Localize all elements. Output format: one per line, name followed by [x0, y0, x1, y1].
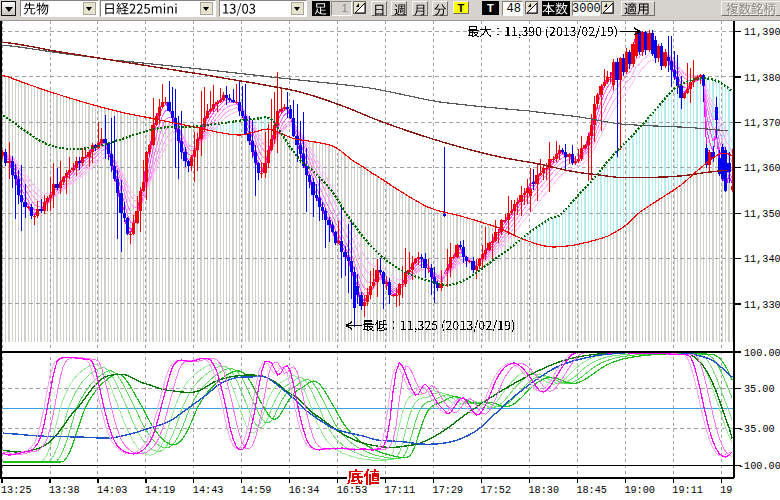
svg-text:13:38: 13:38 — [49, 485, 80, 496]
svg-text:11,350: 11,350 — [744, 209, 780, 220]
svg-text:13:25: 13:25 — [1, 485, 32, 496]
svg-text:-35.00: -35.00 — [738, 424, 775, 435]
svg-text:14:43: 14:43 — [193, 485, 224, 496]
svg-text:11,360: 11,360 — [744, 163, 780, 174]
svg-text:19:00: 19:00 — [624, 485, 655, 496]
svg-text:11,330: 11,330 — [744, 300, 780, 311]
svg-text:18:30: 18:30 — [529, 485, 560, 496]
svg-text:-100.00: -100.00 — [738, 461, 780, 472]
svg-text:100.00: 100.00 — [744, 348, 780, 359]
svg-text:17:52: 17:52 — [481, 485, 512, 496]
svg-text:19:11: 19:11 — [672, 485, 703, 496]
svg-text:11,390: 11,390 — [744, 27, 780, 38]
svg-text:17:11: 17:11 — [385, 485, 416, 496]
svg-text:11,380: 11,380 — [744, 73, 780, 84]
svg-text:17:29: 17:29 — [433, 485, 464, 496]
svg-text:11,340: 11,340 — [744, 254, 780, 265]
svg-text:18:45: 18:45 — [576, 485, 607, 496]
svg-text:11,370: 11,370 — [744, 118, 780, 129]
svg-text:14:19: 14:19 — [145, 485, 176, 496]
svg-text:14:03: 14:03 — [97, 485, 128, 496]
svg-text:19: 19 — [720, 485, 732, 496]
svg-text:16:53: 16:53 — [337, 485, 368, 496]
svg-text:35.00: 35.00 — [744, 384, 775, 395]
svg-text:14:59: 14:59 — [241, 485, 272, 496]
svg-text:16:34: 16:34 — [289, 485, 320, 496]
